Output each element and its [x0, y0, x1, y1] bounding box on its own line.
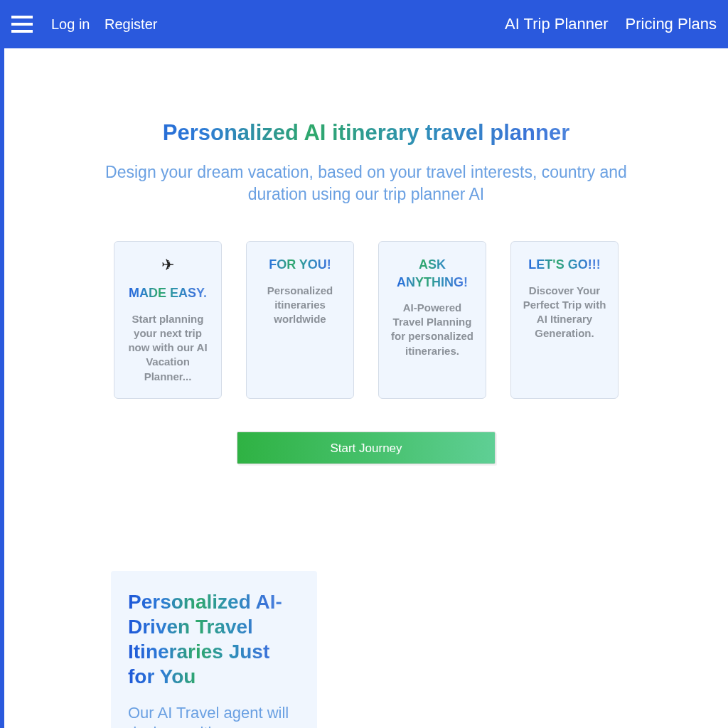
auth-links: Log in Register: [51, 16, 168, 33]
card-title: LET'S GO!!!: [520, 256, 609, 273]
card-made-easy: ✈ MADE EASY. Start planning your next tr…: [114, 241, 222, 399]
hero-title: Personalized AI itinerary travel planner: [96, 119, 636, 146]
card-desc: Start planning your next trip now with o…: [123, 312, 213, 384]
card-title: ASK ANYTHING!: [387, 256, 477, 291]
hero: Personalized AI itinerary travel planner…: [96, 119, 636, 464]
plane-icon: ✈: [123, 256, 213, 274]
section-body: Our AI Travel agent will design an itine…: [128, 703, 300, 728]
nav-pricing-plans[interactable]: Pricing Plans: [626, 15, 717, 33]
menu-icon[interactable]: [11, 16, 33, 33]
section-personalized: Personalized AI-Driven Travel Itinerarie…: [111, 571, 317, 728]
nav-ai-trip-planner[interactable]: AI Trip Planner: [505, 15, 609, 33]
card-desc: Discover Your Perfect Trip with AI Itine…: [520, 284, 609, 341]
start-journey-button[interactable]: Start Journey: [237, 432, 496, 464]
page-body: Personalized AI itinerary travel planner…: [0, 48, 728, 728]
card-title: MADE EASY.: [123, 284, 213, 301]
card-desc: AI-Powered Travel Planning for personali…: [387, 301, 477, 358]
register-link[interactable]: Register: [105, 16, 157, 32]
feature-cards: ✈ MADE EASY. Start planning your next tr…: [96, 241, 636, 399]
nav-right: AI Trip Planner Pricing Plans: [505, 15, 717, 33]
card-title: FOR YOU!: [255, 256, 345, 273]
card-ask-anything: ASK ANYTHING! AI-Powered Travel Planning…: [378, 241, 486, 399]
card-desc: Personalized itineraries worldwide: [255, 284, 345, 327]
card-lets-go: LET'S GO!!! Discover Your Perfect Trip w…: [510, 241, 619, 399]
section-title: Personalized AI-Driven Travel Itinerarie…: [128, 589, 300, 689]
login-link[interactable]: Log in: [51, 16, 90, 32]
card-for-you: FOR YOU! Personalized itineraries worldw…: [246, 241, 354, 399]
header: Log in Register AI Trip Planner Pricing …: [0, 0, 728, 48]
hero-subtitle: Design your dream vacation, based on you…: [96, 161, 636, 205]
cta-wrap: Start Journey: [96, 432, 636, 464]
